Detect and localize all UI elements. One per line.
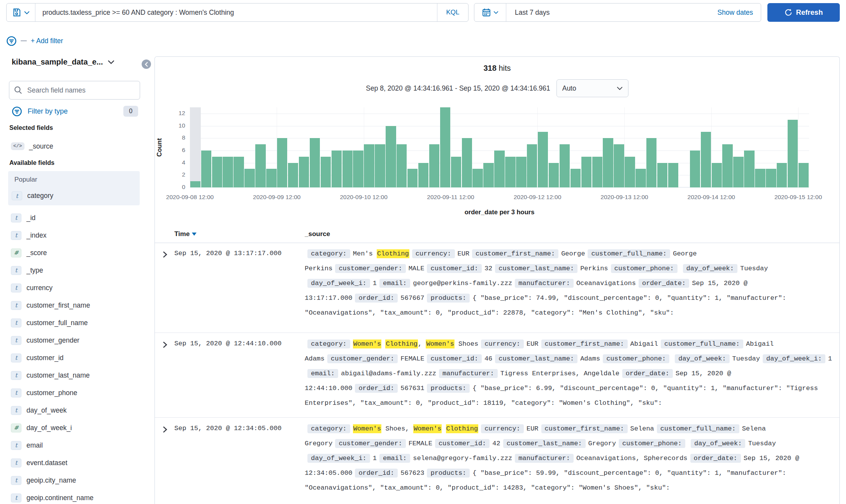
query-language-button[interactable]: KQL (437, 4, 468, 21)
field-item-email[interactable]: temail (11, 439, 43, 451)
histogram-bar[interactable] (690, 150, 700, 187)
histogram-bar[interactable] (635, 169, 646, 187)
histogram-bar[interactable] (538, 132, 548, 187)
field-item-currency[interactable]: tcurrency (11, 282, 53, 294)
histogram-bar[interactable] (701, 132, 711, 187)
histogram-bar[interactable] (418, 163, 428, 187)
histogram-bar[interactable] (342, 150, 353, 187)
search-query-input[interactable] (35, 4, 437, 21)
field-item-customer_last_name[interactable]: tcustomer_last_name (11, 369, 90, 381)
field-value: 46 (484, 355, 492, 362)
histogram-bar[interactable] (766, 169, 776, 187)
histogram-bar[interactable] (494, 150, 504, 187)
histogram-bar[interactable] (788, 120, 798, 187)
histogram-bar[interactable] (549, 163, 559, 187)
field-item-_id[interactable]: t_id (11, 212, 35, 224)
save-query-button[interactable] (7, 4, 35, 21)
histogram-bar[interactable] (288, 163, 298, 187)
histogram-bar[interactable] (190, 181, 200, 187)
field-item-_type[interactable]: t_type (11, 264, 43, 276)
field-item-customer_id[interactable]: tcustomer_id (11, 352, 63, 364)
histogram-bar[interactable] (560, 144, 570, 187)
field-item-customer_first_name[interactable]: tcustomer_first_name (11, 299, 90, 311)
field-item-day_of_week[interactable]: tday_of_week (11, 404, 67, 416)
histogram-bar[interactable] (657, 163, 667, 187)
histogram-bar[interactable] (483, 163, 493, 187)
field-name: _id (26, 214, 35, 222)
histogram-bar[interactable] (353, 150, 363, 187)
histogram-bar[interactable] (570, 169, 581, 187)
histogram-bar[interactable] (668, 163, 678, 187)
histogram-bar[interactable] (212, 157, 222, 187)
histogram-bar[interactable] (799, 163, 809, 187)
histogram-bar[interactable] (386, 126, 396, 187)
field-item-customer_full_name[interactable]: tcustomer_full_name (11, 317, 88, 329)
histogram-bar[interactable] (223, 157, 233, 187)
histogram-plot[interactable] (190, 107, 809, 187)
histogram-bar[interactable] (244, 169, 255, 187)
field-item-_score[interactable]: #_score (11, 247, 47, 259)
histogram-bar[interactable] (299, 157, 309, 187)
histogram-bar[interactable] (310, 138, 320, 187)
histogram-bar[interactable] (201, 150, 211, 187)
histogram-bar[interactable] (440, 107, 450, 187)
field-name-badge: customer_id: (435, 439, 490, 448)
filter-options-icon[interactable] (6, 36, 17, 46)
histogram-bar[interactable] (462, 138, 472, 187)
refresh-button[interactable]: Refresh (767, 3, 840, 22)
histogram-bar[interactable] (625, 157, 635, 187)
field-item-geoip.continent_name[interactable]: tgeoip.continent_name (11, 492, 93, 504)
histogram-bar[interactable] (233, 157, 244, 187)
field-item-customer_phone[interactable]: tcustomer_phone (11, 387, 77, 399)
expand-row-icon[interactable] (160, 340, 169, 349)
histogram-bar[interactable] (777, 163, 787, 187)
histogram-bar[interactable] (332, 150, 342, 187)
histogram-bar[interactable] (516, 157, 526, 187)
histogram-bar[interactable] (712, 163, 722, 187)
quick-select-button[interactable] (474, 4, 506, 21)
histogram-bar[interactable] (451, 157, 461, 187)
histogram-bar[interactable] (266, 169, 276, 187)
field-item-customer_gender[interactable]: tcustomer_gender (11, 334, 79, 346)
histogram-bar[interactable] (755, 169, 765, 187)
field-item-day_of_week_i[interactable]: #day_of_week_i (11, 422, 72, 434)
histogram-bar[interactable] (255, 144, 265, 187)
field-item-category[interactable]: t category (12, 191, 53, 200)
histogram-bar[interactable] (397, 144, 407, 187)
expand-row-icon[interactable] (160, 425, 169, 434)
histogram-bar[interactable] (364, 144, 374, 187)
field-item-geoip.city_name[interactable]: tgeoip.city_name (11, 474, 76, 486)
field-item-event.dataset[interactable]: tevent.dataset (11, 457, 67, 469)
filter-by-type[interactable]: Filter by type 0 (12, 105, 138, 117)
add-filter-button[interactable]: + Add filter (31, 37, 63, 45)
histogram-bar[interactable] (592, 157, 602, 187)
histogram-bar[interactable] (527, 144, 537, 187)
field-item-_index[interactable]: t_index (11, 229, 47, 241)
histogram-bar[interactable] (603, 138, 613, 187)
histogram-bar[interactable] (277, 138, 287, 187)
time-range-label[interactable]: Last 7 days (506, 9, 550, 17)
field-name-badge: customer_last_name: (495, 354, 577, 363)
expand-row-icon[interactable] (160, 250, 169, 259)
field-name: geoip.city_name (26, 476, 76, 485)
histogram-bar[interactable] (472, 169, 483, 187)
field-search-input[interactable] (26, 86, 135, 95)
histogram-bar[interactable] (429, 144, 439, 187)
collapse-sidebar-button[interactable] (142, 60, 151, 69)
histogram-bar[interactable] (407, 169, 418, 187)
histogram-bar[interactable] (505, 157, 515, 187)
histogram-bar[interactable] (321, 157, 331, 187)
show-dates-link[interactable]: Show dates (718, 9, 761, 17)
histogram-bar[interactable] (722, 144, 732, 187)
interval-select[interactable]: Auto (556, 79, 628, 97)
histogram-bar[interactable] (733, 157, 743, 187)
index-pattern-switcher[interactable]: kibana_sample_data_e... (12, 58, 140, 66)
histogram-bar[interactable] (375, 144, 385, 187)
field-item-_source[interactable]: </> _source (11, 141, 53, 152)
histogram-bar[interactable] (744, 150, 754, 187)
histogram-bar[interactable] (614, 144, 624, 187)
field-name-badge: day_of_week_i: (763, 354, 825, 363)
histogram-bar[interactable] (581, 157, 591, 187)
column-header-time[interactable]: Time (174, 230, 197, 238)
histogram-bar[interactable] (646, 138, 656, 187)
